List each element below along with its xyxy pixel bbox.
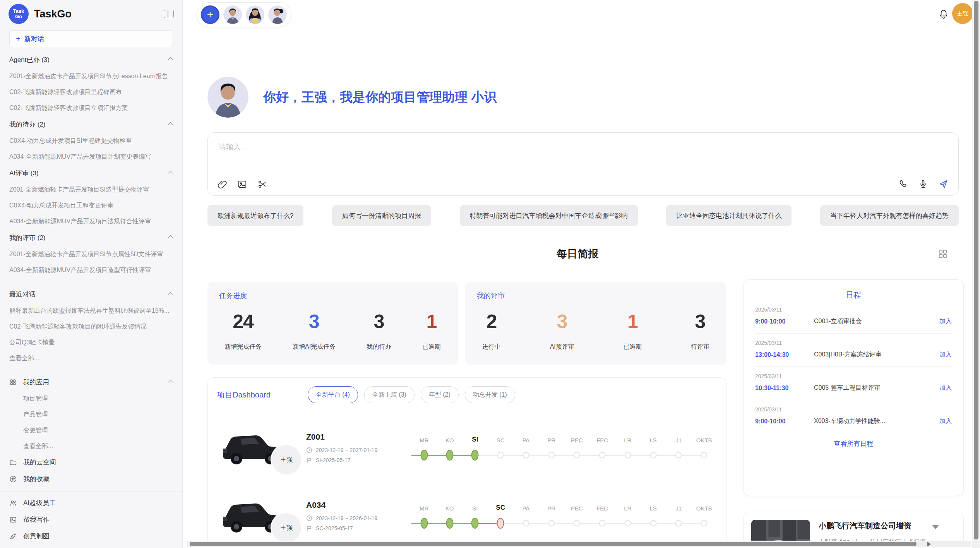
- user-avatar[interactable]: 王强: [952, 3, 973, 24]
- scroll-down-indicator[interactable]: [932, 525, 939, 529]
- notification-bell-icon[interactable]: [938, 9, 949, 19]
- dashboard-tab[interactable]: 全新上装 (3): [364, 386, 415, 403]
- milestone: PEC: [564, 500, 590, 532]
- project-row[interactable]: 王强A0342023-12-19 ~ 2026-01-19SC-2025-05-…: [208, 487, 726, 541]
- milestone-dot: [701, 520, 708, 527]
- sidebar-app-item[interactable]: 产品管理: [9, 406, 173, 422]
- sidebar-item[interactable]: Z001-全新燃油皮卡产品开发项目SI节点Lesson Learn报告: [9, 68, 173, 84]
- sidebar-item[interactable]: 查看全部...: [9, 350, 173, 366]
- chat-input[interactable]: [219, 143, 644, 151]
- suggestion-chip[interactable]: 当下年轻人对汽车外观有怎样的喜好趋势: [820, 205, 959, 226]
- milestone-dot: [650, 452, 656, 459]
- agent-avatar[interactable]: [223, 5, 242, 24]
- milestone-label: PA: [522, 500, 529, 512]
- dashboard-tab[interactable]: 动总开发 (1): [465, 386, 515, 403]
- news-card[interactable]: 小鹏飞行汽车制造公司增资 天眼查 App 显示，近日广州汇天飞行汽...: [743, 512, 964, 541]
- stat: 3AI预评审: [550, 310, 574, 351]
- sidebar-item[interactable]: 公司Q3轻卡销量: [9, 334, 173, 350]
- attachment-icon[interactable]: [217, 179, 227, 189]
- vertical-scrollbar[interactable]: [972, 0, 980, 548]
- stat-label: 新增完成任务: [224, 343, 262, 351]
- sidebar-item[interactable]: A034-全新新能源MUV产品开发项目计划变更表编写: [9, 149, 173, 164]
- milestone: FEC: [589, 500, 615, 532]
- view-all-schedule-link[interactable]: 查看所有日程: [755, 433, 952, 454]
- add-agent-button[interactable]: +: [201, 5, 219, 24]
- sidebar-item-pen[interactable]: 创意制图: [9, 528, 173, 545]
- scissors-icon[interactable]: [257, 179, 267, 189]
- event-name: X003-车辆动力学性能验...: [814, 417, 935, 425]
- sidebar-app-item[interactable]: 项目管理: [9, 390, 173, 406]
- milestone: MR: [411, 500, 437, 532]
- milestone: SC: [488, 500, 513, 532]
- sidebar-item[interactable]: A034-全新新能源MUV产品开发项目法规符合性评审: [9, 213, 173, 229]
- sidebar-item[interactable]: A034-全新新能源MUV产品开发项目造型可行性评审: [9, 262, 173, 278]
- sidebar-section-header[interactable]: AI评审 (3): [9, 164, 173, 182]
- join-link[interactable]: 加入: [939, 384, 952, 392]
- suggestion-chip[interactable]: 比亚迪全固态电池计划具体说了什么: [666, 205, 792, 226]
- collapse-sidebar-icon[interactable]: [164, 10, 174, 18]
- join-link[interactable]: 加入: [939, 417, 952, 425]
- phone-icon[interactable]: [898, 179, 908, 189]
- sidebar-item-star[interactable]: 我的收藏: [9, 471, 173, 487]
- new-chat-button[interactable]: + 新对话: [9, 30, 173, 47]
- suggestion-chip[interactable]: 如何写一份清晰的项目周报: [332, 205, 431, 226]
- vertical-scrollbar-thumb[interactable]: [974, 1, 978, 539]
- horizontal-scrollbar[interactable]: [187, 541, 971, 547]
- horizontal-scrollbar-thumb[interactable]: [190, 542, 917, 546]
- milestone-label: LS: [649, 432, 656, 444]
- suggestion-chip[interactable]: 特朗普可能对进口汽车增税会对中国车企造成哪些影响: [460, 205, 638, 226]
- sidebar-item-users[interactable]: AI超级员工: [9, 495, 173, 511]
- sidebar-item[interactable]: C02-飞腾新能源轻客改款项目里程碑画布: [9, 84, 173, 100]
- agent-avatar[interactable]: [246, 5, 264, 24]
- microphone-icon[interactable]: [918, 179, 928, 189]
- clock-icon: [306, 447, 312, 453]
- milestone-track: MRKOSISCPAPRPECFECLRLSJ1OKTB: [411, 432, 717, 464]
- milestone-dot: [548, 452, 555, 459]
- grid-icon: [9, 378, 17, 386]
- milestone-dot: [574, 452, 580, 459]
- join-link[interactable]: 加入: [939, 351, 952, 359]
- stat: 3待评审: [691, 310, 709, 351]
- milestone-dot: [574, 520, 580, 527]
- sidebar-item[interactable]: Z001-全新燃油轻卡产品开发项目SI造型提交物评审: [9, 182, 173, 197]
- milestone: PR: [539, 432, 564, 464]
- stat: 24新增完成任务: [224, 310, 262, 351]
- sidebar-item-label: AI超级员工: [23, 498, 56, 507]
- sidebar-section-header[interactable]: Agent已办 (3): [9, 51, 173, 68]
- sidebar-section-header[interactable]: 最近对话: [9, 286, 173, 303]
- suggestion-chip[interactable]: 欧洲新规最近颁布了什么?: [207, 205, 303, 226]
- scroll-right-arrow[interactable]: [927, 542, 931, 546]
- sidebar-item[interactable]: 解释最新出台的欧盟报废车法规再生塑料比例被调至15%...: [9, 303, 173, 319]
- sidebar-item-folder[interactable]: 我的云空间: [9, 454, 173, 471]
- sidebar-item[interactable]: Z001-全新燃油轻卡产品开发项目SI节点属性5D文件评审: [9, 246, 173, 262]
- app-logo: TaskGo: [9, 4, 29, 24]
- sidebar-section-header[interactable]: 我的待办 (2): [9, 116, 173, 133]
- event-time: 9:00-10:00: [755, 418, 814, 425]
- sidebar-item[interactable]: C02-飞腾新能源轻客改款项目立项汇报方案: [9, 100, 173, 116]
- sidebar-item[interactable]: C0X4-动力总成开发项目工程变更评审: [9, 197, 173, 213]
- sidebar-item-my-apps[interactable]: 我的应用: [9, 373, 173, 390]
- agent-avatar[interactable]: [268, 5, 287, 24]
- image-upload-icon[interactable]: [237, 179, 247, 189]
- dashboard-tab[interactable]: 全新平台 (4): [308, 386, 358, 403]
- event-date: 2025/03/11: [755, 307, 952, 313]
- project-row[interactable]: 王强Z0012023-12-19 ~ 2027-01-19SI-2025-05-…: [208, 419, 726, 477]
- sidebar-app-item[interactable]: 变更管理: [9, 422, 173, 438]
- sidebar-item-image[interactable]: 帮我写作: [9, 511, 173, 528]
- briefing-layout-icon[interactable]: [937, 248, 948, 259]
- event-name: C001-立项审批会: [814, 317, 935, 325]
- schedule-card: 日程 2025/03/119:00-10:00C001-立项审批会加入2025/…: [743, 279, 964, 496]
- sidebar-app-item[interactable]: 查看全部...: [9, 438, 173, 454]
- project-flag: SI-2025-05-17: [306, 457, 411, 463]
- send-icon[interactable]: [938, 179, 948, 189]
- sidebar-item[interactable]: C02-飞腾新能源轻客改款项目的闭环通告反馈情况: [9, 319, 173, 334]
- sidebar-item[interactable]: C0X4-动力总成开发项目SI里程碑提交物检查: [9, 133, 173, 149]
- milestone: J1: [666, 432, 692, 464]
- dashboard-tab[interactable]: 年型 (2): [421, 386, 459, 403]
- join-link[interactable]: 加入: [939, 317, 952, 325]
- dashboard-tabs: 全新平台 (4)全新上装 (3)年型 (2)动总开发 (1): [308, 386, 515, 403]
- chevron-up-icon: [168, 235, 173, 241]
- sidebar-item-label: 我的收藏: [23, 474, 50, 483]
- milestone-label: J1: [675, 500, 682, 512]
- sidebar-section-header[interactable]: 我的评审 (2): [9, 229, 173, 246]
